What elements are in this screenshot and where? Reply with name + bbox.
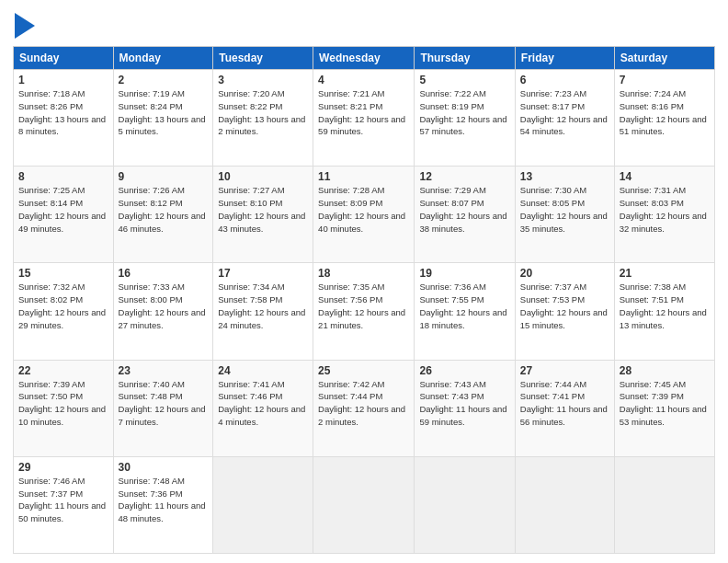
day-cell: 5Sunrise: 7:22 AMSunset: 8:19 PMDaylight… — [415, 70, 515, 167]
day-cell — [515, 456, 614, 553]
day-cell: 21Sunrise: 7:38 AMSunset: 7:51 PMDayligh… — [614, 263, 714, 360]
day-detail: Sunrise: 7:24 AMSunset: 8:16 PMDaylight:… — [620, 88, 707, 136]
logo — [13, 13, 35, 39]
day-number: 4 — [318, 74, 409, 86]
day-cell: 22Sunrise: 7:39 AMSunset: 7:50 PMDayligh… — [14, 360, 114, 456]
day-number: 5 — [419, 74, 509, 86]
day-number: 27 — [520, 364, 609, 377]
day-detail: Sunrise: 7:23 AMSunset: 8:17 PMDaylight:… — [520, 88, 608, 136]
day-number: 20 — [520, 267, 609, 280]
weekday-header-monday: Monday — [113, 47, 213, 70]
day-number: 28 — [620, 364, 710, 377]
day-cell: 30Sunrise: 7:48 AMSunset: 7:36 PMDayligh… — [113, 456, 213, 553]
day-number: 14 — [620, 170, 710, 183]
day-number: 9 — [119, 170, 209, 183]
day-cell: 6Sunrise: 7:23 AMSunset: 8:17 PMDaylight… — [515, 70, 614, 167]
day-number: 12 — [419, 170, 509, 183]
day-number: 8 — [18, 170, 108, 183]
day-cell: 29Sunrise: 7:46 AMSunset: 7:37 PMDayligh… — [14, 456, 114, 553]
day-detail: Sunrise: 7:38 AMSunset: 7:51 PMDaylight:… — [620, 282, 707, 329]
day-number: 18 — [318, 267, 409, 280]
day-cell: 10Sunrise: 7:27 AMSunset: 8:10 PMDayligh… — [213, 167, 313, 263]
day-cell: 3Sunrise: 7:20 AMSunset: 8:22 PMDaylight… — [213, 70, 313, 167]
logo-icon — [15, 13, 35, 39]
day-detail: Sunrise: 7:18 AMSunset: 8:26 PMDaylight:… — [18, 88, 106, 136]
day-cell: 24Sunrise: 7:41 AMSunset: 7:46 PMDayligh… — [213, 360, 313, 456]
page: SundayMondayTuesdayWednesdayThursdayFrid… — [0, 0, 728, 563]
day-number: 10 — [218, 170, 308, 183]
day-number: 17 — [218, 267, 308, 280]
day-number: 25 — [318, 364, 409, 377]
week-row-1: 1Sunrise: 7:18 AMSunset: 8:26 PMDaylight… — [14, 70, 715, 167]
day-number: 21 — [620, 267, 710, 280]
weekday-header-thursday: Thursday — [415, 47, 515, 70]
day-number: 7 — [620, 74, 710, 86]
day-detail: Sunrise: 7:40 AMSunset: 7:48 PMDaylight:… — [119, 379, 206, 427]
day-detail: Sunrise: 7:46 AMSunset: 7:37 PMDaylight:… — [18, 476, 106, 523]
day-cell: 14Sunrise: 7:31 AMSunset: 8:03 PMDayligh… — [614, 167, 714, 263]
week-row-5: 29Sunrise: 7:46 AMSunset: 7:37 PMDayligh… — [14, 456, 715, 553]
day-cell: 12Sunrise: 7:29 AMSunset: 8:07 PMDayligh… — [415, 167, 515, 263]
day-cell: 4Sunrise: 7:21 AMSunset: 8:21 PMDaylight… — [313, 70, 415, 167]
day-detail: Sunrise: 7:26 AMSunset: 8:12 PMDaylight:… — [119, 185, 206, 233]
day-detail: Sunrise: 7:32 AMSunset: 8:02 PMDaylight:… — [18, 282, 106, 329]
day-number: 15 — [18, 267, 108, 280]
day-cell — [614, 456, 714, 553]
day-number: 2 — [119, 74, 209, 86]
day-detail: Sunrise: 7:39 AMSunset: 7:50 PMDaylight:… — [18, 379, 106, 427]
day-cell: 19Sunrise: 7:36 AMSunset: 7:55 PMDayligh… — [415, 263, 515, 360]
day-cell — [313, 456, 415, 553]
day-number: 13 — [520, 170, 609, 183]
day-detail: Sunrise: 7:29 AMSunset: 8:07 PMDaylight:… — [419, 185, 506, 233]
day-detail: Sunrise: 7:45 AMSunset: 7:39 PMDaylight:… — [620, 379, 707, 427]
week-row-4: 22Sunrise: 7:39 AMSunset: 7:50 PMDayligh… — [14, 360, 715, 456]
weekday-header-saturday: Saturday — [614, 47, 714, 70]
day-cell: 28Sunrise: 7:45 AMSunset: 7:39 PMDayligh… — [614, 360, 714, 456]
day-cell: 7Sunrise: 7:24 AMSunset: 8:16 PMDaylight… — [614, 70, 714, 167]
day-number: 22 — [18, 364, 108, 377]
day-cell: 23Sunrise: 7:40 AMSunset: 7:48 PMDayligh… — [113, 360, 213, 456]
day-detail: Sunrise: 7:25 AMSunset: 8:14 PMDaylight:… — [18, 185, 106, 233]
day-cell: 17Sunrise: 7:34 AMSunset: 7:58 PMDayligh… — [213, 263, 313, 360]
weekday-header-tuesday: Tuesday — [213, 47, 313, 70]
day-cell: 20Sunrise: 7:37 AMSunset: 7:53 PMDayligh… — [515, 263, 614, 360]
weekday-header-wednesday: Wednesday — [313, 47, 415, 70]
weekday-header-row: SundayMondayTuesdayWednesdayThursdayFrid… — [14, 47, 715, 70]
day-number: 1 — [18, 74, 108, 86]
day-detail: Sunrise: 7:43 AMSunset: 7:43 PMDaylight:… — [419, 379, 506, 427]
day-detail: Sunrise: 7:44 AMSunset: 7:41 PMDaylight:… — [520, 379, 608, 427]
week-row-2: 8Sunrise: 7:25 AMSunset: 8:14 PMDaylight… — [14, 167, 715, 263]
day-cell — [213, 456, 313, 553]
day-detail: Sunrise: 7:42 AMSunset: 7:44 PMDaylight:… — [318, 379, 405, 427]
day-number: 3 — [218, 74, 308, 86]
day-detail: Sunrise: 7:22 AMSunset: 8:19 PMDaylight:… — [419, 88, 506, 136]
day-detail: Sunrise: 7:35 AMSunset: 7:56 PMDaylight:… — [318, 282, 405, 329]
day-detail: Sunrise: 7:19 AMSunset: 8:24 PMDaylight:… — [119, 88, 206, 136]
day-detail: Sunrise: 7:20 AMSunset: 8:22 PMDaylight:… — [218, 88, 305, 136]
day-number: 26 — [419, 364, 509, 377]
day-cell: 8Sunrise: 7:25 AMSunset: 8:14 PMDaylight… — [14, 167, 114, 263]
weekday-header-sunday: Sunday — [14, 47, 114, 70]
day-number: 29 — [18, 461, 108, 474]
day-cell: 13Sunrise: 7:30 AMSunset: 8:05 PMDayligh… — [515, 167, 614, 263]
day-number: 19 — [419, 267, 509, 280]
day-detail: Sunrise: 7:27 AMSunset: 8:10 PMDaylight:… — [218, 185, 305, 233]
day-detail: Sunrise: 7:28 AMSunset: 8:09 PMDaylight:… — [318, 185, 405, 233]
svg-marker-0 — [15, 13, 35, 39]
calendar-table: SundayMondayTuesdayWednesdayThursdayFrid… — [13, 46, 715, 554]
day-cell: 26Sunrise: 7:43 AMSunset: 7:43 PMDayligh… — [415, 360, 515, 456]
day-number: 30 — [119, 461, 209, 474]
day-detail: Sunrise: 7:21 AMSunset: 8:21 PMDaylight:… — [318, 88, 405, 136]
day-cell: 27Sunrise: 7:44 AMSunset: 7:41 PMDayligh… — [515, 360, 614, 456]
day-detail: Sunrise: 7:31 AMSunset: 8:03 PMDaylight:… — [620, 185, 707, 233]
week-row-3: 15Sunrise: 7:32 AMSunset: 8:02 PMDayligh… — [14, 263, 715, 360]
day-cell: 18Sunrise: 7:35 AMSunset: 7:56 PMDayligh… — [313, 263, 415, 360]
day-cell: 16Sunrise: 7:33 AMSunset: 8:00 PMDayligh… — [113, 263, 213, 360]
day-detail: Sunrise: 7:33 AMSunset: 8:00 PMDaylight:… — [119, 282, 206, 329]
calendar-body: 1Sunrise: 7:18 AMSunset: 8:26 PMDaylight… — [14, 70, 715, 554]
day-number: 23 — [119, 364, 209, 377]
day-cell: 11Sunrise: 7:28 AMSunset: 8:09 PMDayligh… — [313, 167, 415, 263]
day-cell: 2Sunrise: 7:19 AMSunset: 8:24 PMDaylight… — [113, 70, 213, 167]
day-cell: 25Sunrise: 7:42 AMSunset: 7:44 PMDayligh… — [313, 360, 415, 456]
day-detail: Sunrise: 7:34 AMSunset: 7:58 PMDaylight:… — [218, 282, 305, 329]
